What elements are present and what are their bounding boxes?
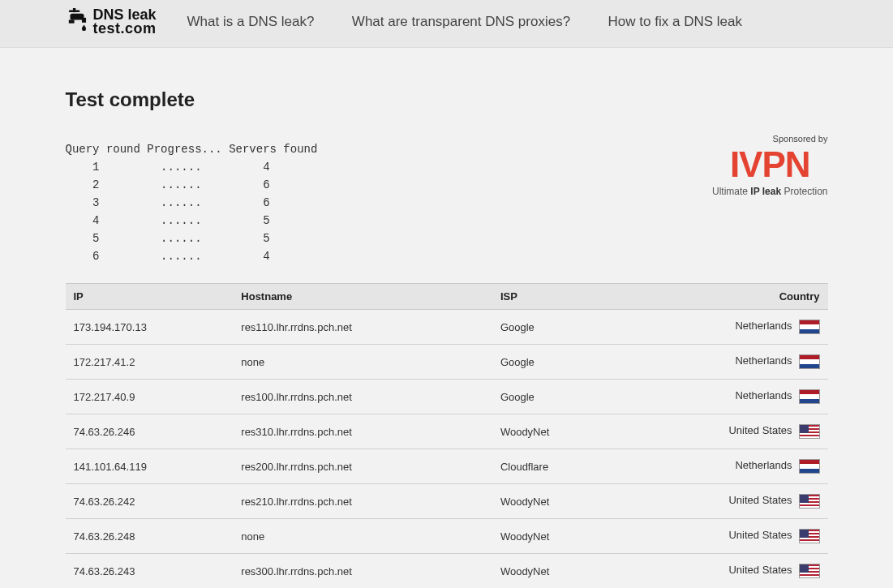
cell-isp: Google	[492, 310, 660, 345]
flag-icon	[799, 354, 820, 369]
brand-text: DNS leak test.com	[93, 8, 157, 36]
flag-icon	[799, 494, 820, 509]
cell-country: United States	[660, 414, 828, 449]
cell-ip: 141.101.64.119	[66, 449, 234, 484]
cell-isp: Google	[492, 345, 660, 380]
cell-country: Netherlands	[660, 380, 828, 414]
results-table: IP Hostname ISP Country 173.194.170.13re…	[66, 283, 828, 588]
cell-ip: 74.63.26.248	[66, 519, 234, 554]
sponsor-label: Sponsored by	[712, 134, 828, 144]
col-ip: IP	[66, 284, 234, 310]
svg-rect-2	[70, 14, 84, 20]
cell-ip: 173.194.170.13	[66, 310, 234, 345]
table-row: 172.217.40.9res100.lhr.rrdns.pch.netGoog…	[66, 380, 828, 414]
table-row: 74.63.26.246res310.lhr.rrdns.pch.netWood…	[66, 414, 828, 449]
flag-icon	[799, 529, 820, 543]
topbar: DNS leak test.com What is a DNS leak? Wh…	[0, 0, 893, 48]
cell-isp: WoodyNet	[492, 414, 660, 449]
cell-hostname: res310.lhr.rrdns.pch.net	[233, 414, 492, 449]
brand-logo[interactable]: DNS leak test.com	[66, 8, 157, 36]
svg-rect-1	[68, 11, 79, 13]
cell-country: United States	[660, 484, 828, 519]
table-row: 74.63.26.243res300.lhr.rrdns.pch.netWood…	[66, 554, 828, 588]
cell-isp: WoodyNet	[492, 519, 660, 554]
cell-isp: Google	[492, 380, 660, 414]
svg-rect-4	[68, 20, 74, 24]
col-isp: ISP	[492, 284, 660, 310]
cell-hostname: res300.lhr.rrdns.pch.net	[233, 554, 492, 588]
main-content: Test complete Query round Progress... Se…	[66, 48, 828, 588]
table-row: 74.63.26.248noneWoodyNetUnited States	[66, 519, 828, 554]
table-row: 173.194.170.13res110.lhr.rrdns.pch.netGo…	[66, 310, 828, 345]
cell-country: Netherlands	[660, 310, 828, 345]
cell-isp: WoodyNet	[492, 484, 660, 519]
cell-ip: 74.63.26.246	[66, 414, 234, 449]
nav-how-to-fix[interactable]: How to fix a DNS leak	[608, 14, 742, 29]
cell-country: Netherlands	[660, 449, 828, 484]
table-header-row: IP Hostname ISP Country	[66, 284, 828, 310]
cell-hostname: none	[233, 519, 492, 554]
cell-hostname: none	[233, 345, 492, 380]
sponsor-box[interactable]: Sponsored by IVPN Ultimate IP leak Prote…	[712, 134, 828, 197]
col-country: Country	[660, 284, 828, 310]
svg-rect-3	[81, 18, 85, 23]
cell-hostname: res210.lhr.rrdns.pch.net	[233, 484, 492, 519]
cell-isp: WoodyNet	[492, 554, 660, 588]
table-row: 141.101.64.119res200.lhr.rrdns.pch.netCl…	[66, 449, 828, 484]
flag-icon	[799, 564, 820, 578]
page-title: Test complete	[66, 88, 828, 111]
nav-what-is-dns-leak[interactable]: What is a DNS leak?	[187, 14, 315, 29]
cell-ip: 172.217.41.2	[66, 345, 234, 380]
cell-ip: 172.217.40.9	[66, 380, 234, 414]
cell-isp: Cloudflare	[492, 449, 660, 484]
flag-icon	[799, 459, 820, 474]
cell-hostname: res200.lhr.rrdns.pch.net	[233, 449, 492, 484]
cell-ip: 74.63.26.242	[66, 484, 234, 519]
sponsor-logo: IVPN	[712, 147, 828, 182]
flag-icon	[799, 424, 820, 439]
progress-block: Query round Progress... Servers found 1 …	[66, 140, 318, 265]
cell-ip: 74.63.26.243	[66, 554, 234, 588]
cell-hostname: res100.lhr.rrdns.pch.net	[233, 380, 492, 414]
cell-country: Netherlands	[660, 345, 828, 380]
table-row: 172.217.41.2noneGoogleNetherlands	[66, 345, 828, 380]
flag-icon	[799, 320, 820, 334]
table-row: 74.63.26.242res210.lhr.rrdns.pch.netWood…	[66, 484, 828, 519]
col-hostname: Hostname	[233, 284, 492, 310]
flag-icon	[799, 389, 820, 404]
cell-hostname: res110.lhr.rrdns.pch.net	[233, 310, 492, 345]
nav-transparent-proxies[interactable]: What are transparent DNS proxies?	[352, 14, 570, 29]
sponsor-tagline: Ultimate IP leak Protection	[712, 186, 828, 197]
faucet-icon	[66, 8, 88, 36]
nav-links: What is a DNS leak? What are transparent…	[187, 14, 776, 30]
cell-country: United States	[660, 519, 828, 554]
cell-country: United States	[660, 554, 828, 588]
